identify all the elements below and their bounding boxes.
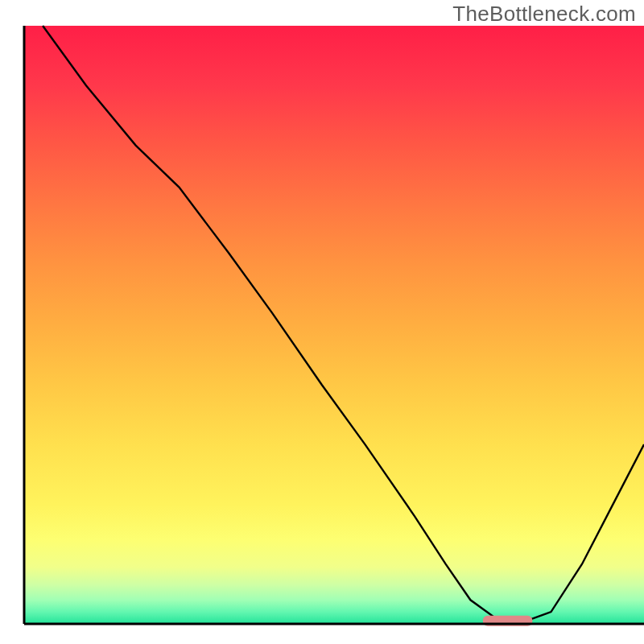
watermark-text: TheBottleneck.com	[452, 2, 636, 27]
plot-background	[24, 26, 644, 624]
bottleneck-chart	[0, 0, 644, 644]
chart-container: TheBottleneck.com	[0, 0, 644, 644]
